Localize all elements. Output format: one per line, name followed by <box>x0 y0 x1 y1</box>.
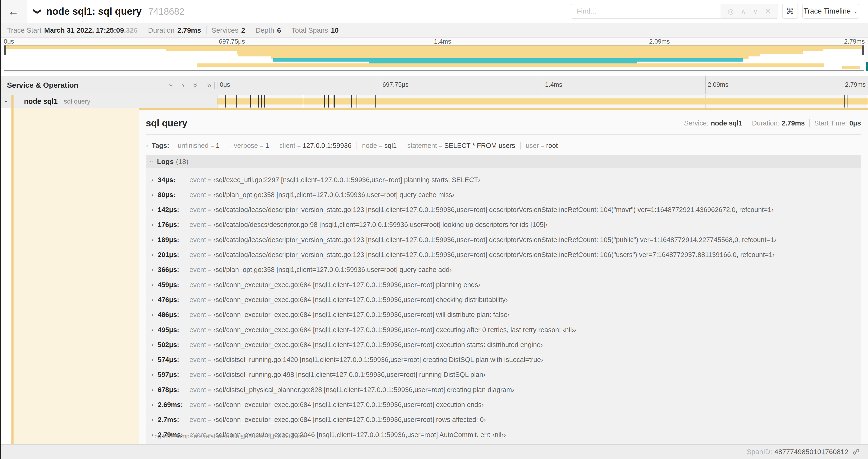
chevron-right-icon[interactable]: › <box>151 311 158 318</box>
log-event-tick[interactable] <box>847 95 847 107</box>
timeline-tick-label: 2.79ms <box>845 81 866 88</box>
log-row[interactable]: ›574μs:event=‹sql/distsql_running.go:142… <box>146 355 861 365</box>
tags-row[interactable]: › Tags: _unfinished=1_verbose=1client=12… <box>146 140 861 151</box>
find-input[interactable] <box>571 4 720 18</box>
timeline-tick-label: 2.09ms <box>708 81 728 88</box>
chevron-right-icon[interactable]: › <box>151 296 158 303</box>
chevron-right-icon[interactable]: › <box>151 401 158 408</box>
prev-result-icon[interactable]: ∧ <box>741 7 746 15</box>
log-row[interactable]: ›34μs:event=‹sql/exec_util.go:2297 [nsql… <box>146 175 861 185</box>
back-button[interactable]: ← <box>0 0 27 23</box>
chevron-down-icon[interactable]: ❯ <box>33 8 42 15</box>
log-event-tick[interactable] <box>236 95 237 107</box>
minimap-canvas[interactable] <box>4 45 864 71</box>
timeline-tick-label: 697.75μs <box>382 81 409 88</box>
keyboard-shortcuts-button[interactable]: ⌘ <box>782 4 798 19</box>
log-timestamp: 495μs: <box>158 326 185 334</box>
log-row[interactable]: ›80μs:event=‹sql/plan_opt.go:358 [nsql1,… <box>146 190 861 199</box>
log-row[interactable]: ›476μs:event=‹sql/conn_executor_exec.go:… <box>146 295 861 304</box>
log-row[interactable]: ›366μs:event=‹sql/plan_opt.go:358 [nsql1… <box>146 265 861 274</box>
chevron-right-icon[interactable]: › <box>151 251 158 258</box>
log-event-tick[interactable] <box>375 95 376 107</box>
detail-meta-value: node sql1 <box>711 120 742 127</box>
log-event-tick[interactable] <box>333 95 334 107</box>
chevron-right-icon[interactable]: › <box>151 281 158 289</box>
log-event-tick[interactable] <box>356 95 357 107</box>
chevron-down-icon[interactable]: › <box>148 160 155 163</box>
chevron-right-icon[interactable]: › <box>151 371 158 378</box>
chevron-right-icon[interactable]: › <box>151 176 158 184</box>
locate-icon[interactable]: ◎ <box>727 7 734 15</box>
span-id-bar: SpanID: 4877749850101760812 <box>0 444 868 459</box>
equals-sign: = <box>208 296 211 303</box>
chevron-right-icon[interactable]: › <box>151 341 158 349</box>
log-timestamp: 459μs: <box>158 281 185 289</box>
chevron-right-icon[interactable]: › <box>151 356 158 363</box>
equals-sign: = <box>297 142 301 149</box>
logs-header[interactable]: › Logs (18) <box>146 155 861 168</box>
minimap-drag-handle-left[interactable] <box>4 45 6 55</box>
log-event-tick[interactable] <box>334 95 335 107</box>
span-duration-bar[interactable] <box>217 98 868 104</box>
link-icon[interactable] <box>852 448 860 456</box>
trace-minimap: 0μs697.75μs1.4ms2.09ms2.79ms <box>0 38 868 72</box>
chevron-right-icon[interactable]: › <box>151 266 158 273</box>
log-row[interactable]: ›176μs:event=‹sql/catalog/descs/descript… <box>146 220 861 230</box>
chevron-right-icon[interactable]: › <box>151 191 158 198</box>
expand-one-icon[interactable]: › <box>182 81 185 90</box>
expand-all-icon[interactable]: » <box>207 81 211 90</box>
view-selector-button[interactable]: Trace Timeline ⌄ <box>802 4 859 19</box>
chevron-right-icon[interactable]: › <box>146 142 148 149</box>
log-row[interactable]: ›2.69ms:event=‹sql/conn_executor_exec.go… <box>146 400 861 409</box>
equals-sign: = <box>208 206 211 214</box>
log-event-tick[interactable] <box>303 95 303 107</box>
span-row[interactable]: › node sql1 sql query <box>0 95 868 108</box>
log-event-tick[interactable] <box>225 95 226 107</box>
log-event-tick[interactable] <box>250 95 251 107</box>
log-row[interactable]: ›502μs:event=‹sql/conn_executor_exec.go:… <box>146 340 861 349</box>
column-resizer-handle[interactable] <box>214 81 217 89</box>
log-event-tick[interactable] <box>844 95 845 107</box>
span-name-cell[interactable]: › node sql1 sql query <box>0 95 217 108</box>
log-timestamp: 176μs: <box>158 221 185 229</box>
equals-sign: = <box>208 176 211 184</box>
trace-title-group[interactable]: ❯ node sql1: sql query 7418682 <box>34 0 185 23</box>
log-timestamp: 597μs: <box>158 371 185 379</box>
log-event-tick[interactable] <box>328 95 329 107</box>
log-event-tick[interactable] <box>324 95 325 107</box>
chevron-right-icon[interactable]: › <box>151 386 158 393</box>
log-row[interactable]: ›189μs:event=‹sql/catalog/lease/descript… <box>146 235 861 244</box>
log-event-tick[interactable] <box>264 95 265 107</box>
tag-item: node=sql1 <box>351 141 397 150</box>
log-row[interactable]: ›678μs:event=‹sql/distsql_physical_plann… <box>146 385 861 394</box>
minimap-drag-handle-right[interactable] <box>862 45 864 55</box>
log-row[interactable]: ›459μs:event=‹sql/conn_executor_exec.go:… <box>146 280 861 289</box>
log-event-tick[interactable] <box>258 95 259 107</box>
top-bar: ← ❯ node sql1: sql query 7418682 ◎ ∧ ∨ ✕… <box>0 0 868 23</box>
tag-value: 127.0.0.1:59936 <box>303 142 352 150</box>
chevron-right-icon[interactable]: › <box>151 236 158 243</box>
clear-search-icon[interactable]: ✕ <box>765 7 771 15</box>
collapse-all-icon[interactable]: » <box>192 83 200 87</box>
chevron-right-icon[interactable]: › <box>151 416 158 423</box>
minimap-span-bar <box>197 63 824 67</box>
log-event-tick[interactable] <box>261 95 262 107</box>
log-row[interactable]: ›142μs:event=‹sql/catalog/lease/descript… <box>146 205 861 215</box>
chevron-right-icon[interactable]: › <box>151 326 158 333</box>
log-event-tick[interactable] <box>351 95 352 107</box>
log-row[interactable]: ›2.7ms:event=‹sql/conn_executor_exec.go:… <box>146 415 861 424</box>
log-row[interactable]: ›201μs:event=‹sql/catalog/lease/descript… <box>146 250 861 260</box>
next-result-icon[interactable]: ∨ <box>753 7 758 15</box>
minimap-tick-label: 1.4ms <box>434 38 451 45</box>
chevron-down-icon[interactable]: › <box>3 100 10 102</box>
log-event-tick[interactable] <box>331 95 331 107</box>
span-timeline-track[interactable] <box>217 95 868 108</box>
back-arrow-icon: ← <box>8 6 19 17</box>
log-row[interactable]: ›486μs:event=‹sql/conn_executor_exec.go:… <box>146 310 861 320</box>
chevron-right-icon[interactable]: › <box>151 221 158 228</box>
log-row[interactable]: ›495μs:event=‹sql/conn_executor_exec.go:… <box>146 325 861 334</box>
log-row[interactable]: ›597μs:event=‹sql/distsql_running.go:498… <box>146 370 861 380</box>
chevron-right-icon[interactable]: › <box>151 206 158 214</box>
collapse-one-icon[interactable]: › <box>167 84 176 87</box>
log-field-key: event <box>189 386 206 394</box>
